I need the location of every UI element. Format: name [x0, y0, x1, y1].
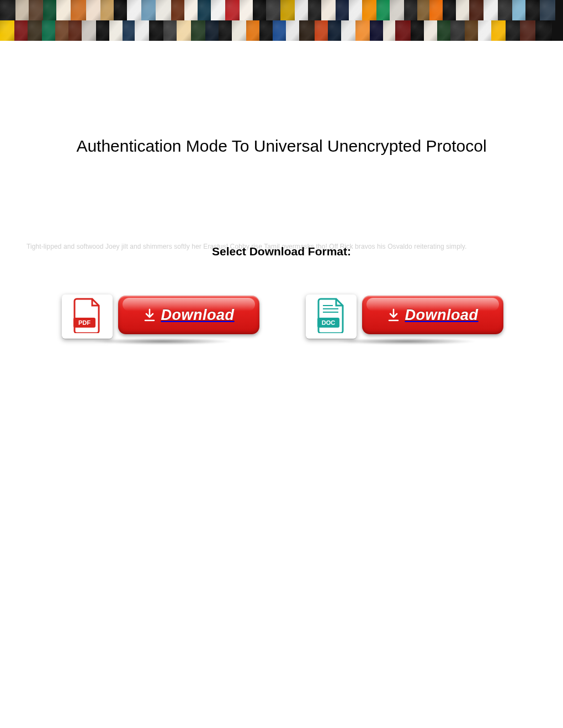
collage-tile [308, 0, 321, 20]
collage-tile [56, 0, 71, 20]
collage-tile [465, 20, 478, 41]
header-collage [0, 0, 563, 41]
collage-tile [469, 0, 484, 20]
collage-tile [450, 20, 465, 41]
collage-tile [163, 20, 177, 41]
collage-tile [484, 0, 498, 20]
collage-tile [362, 0, 376, 20]
collage-tile [355, 20, 370, 41]
collage-row-bottom [0, 20, 563, 41]
page: Authentication Mode To Universal Unencry… [0, 0, 563, 728]
collage-tile [253, 0, 266, 20]
collage-tile [506, 20, 520, 41]
download-format-label: Select Download Format: [0, 245, 563, 258]
collage-tile [0, 0, 15, 20]
page-title: Authentication Mode To Universal Unencry… [0, 137, 563, 156]
button-shadow [314, 339, 499, 346]
collage-tile [171, 0, 184, 20]
collage-tile [395, 20, 411, 41]
collage-tile [478, 20, 491, 41]
collage-tile [177, 20, 191, 41]
collage-tile [100, 0, 114, 20]
collage-tile [198, 0, 211, 20]
collage-tile [498, 0, 512, 20]
collage-tile [68, 20, 82, 41]
download-arrow-icon [144, 308, 156, 322]
collage-tile [520, 20, 535, 41]
collage-tile [29, 0, 43, 20]
pdf-file-icon: PDF [72, 298, 102, 335]
collage-tile [390, 0, 404, 20]
collage-tile [429, 0, 443, 20]
collage-tile [411, 20, 424, 41]
collage-tile [211, 0, 225, 20]
pdf-format-label: PDF [78, 319, 91, 326]
collage-tile [127, 0, 141, 20]
collage-tile [109, 20, 123, 41]
collage-tile [259, 20, 273, 41]
collage-tile [15, 0, 29, 20]
collage-tile [417, 0, 429, 20]
doc-format-label: DOC [322, 319, 336, 326]
collage-row-top [0, 0, 563, 20]
collage-tile [266, 0, 280, 20]
collage-tile [341, 20, 355, 41]
collage-tile [205, 20, 219, 41]
collage-tile [437, 20, 450, 41]
collage-tile [246, 20, 259, 41]
download-group-pdf: PDF Download [57, 291, 262, 345]
download-doc-button[interactable]: Download [362, 296, 503, 334]
button-shadow [70, 339, 255, 346]
doc-format-card: DOC [306, 295, 357, 339]
collage-tile [123, 20, 135, 41]
collage-tile [280, 0, 295, 20]
collage-tile [295, 0, 308, 20]
download-doc-label: Download [405, 307, 479, 324]
collage-tile [219, 20, 232, 41]
collage-tile [443, 0, 456, 20]
collage-tile [71, 0, 86, 20]
collage-tile [321, 0, 336, 20]
collage-tile [349, 0, 362, 20]
collage-tile [491, 20, 506, 41]
collage-tile [225, 0, 240, 20]
collage-tile [191, 20, 205, 41]
download-pdf-label: Download [161, 307, 235, 324]
doc-file-icon: DOC [316, 298, 346, 335]
collage-tile [383, 20, 395, 41]
download-group-doc: DOC Download [301, 291, 506, 345]
collage-tile [43, 0, 56, 20]
collage-tile [336, 0, 349, 20]
collage-tile [512, 0, 525, 20]
download-buttons-row: PDF Download [0, 291, 563, 345]
collage-tile [273, 20, 286, 41]
collage-tile [370, 20, 383, 41]
collage-tile [240, 0, 253, 20]
collage-tile [376, 0, 390, 20]
download-arrow-icon [387, 308, 400, 322]
collage-tile [299, 20, 315, 41]
collage-tile [156, 0, 171, 20]
collage-tile [328, 20, 341, 41]
collage-tile [232, 20, 246, 41]
collage-tile [525, 0, 540, 20]
collage-tile [42, 20, 55, 41]
collage-tile [0, 20, 14, 41]
collage-tile [315, 20, 328, 41]
collage-tile [535, 20, 552, 41]
pdf-format-card: PDF [62, 295, 113, 339]
collage-tile [28, 20, 42, 41]
collage-tile [55, 20, 68, 41]
collage-tile [141, 0, 156, 20]
collage-tile [184, 0, 198, 20]
collage-tile [135, 20, 149, 41]
collage-tile [424, 20, 437, 41]
download-pdf-button[interactable]: Download [118, 296, 259, 334]
collage-tile [82, 20, 96, 41]
collage-tile [286, 20, 299, 41]
collage-tile [149, 20, 163, 41]
collage-tile [456, 0, 469, 20]
collage-tile [114, 0, 127, 20]
collage-tile [96, 20, 109, 41]
collage-tile [404, 0, 417, 20]
